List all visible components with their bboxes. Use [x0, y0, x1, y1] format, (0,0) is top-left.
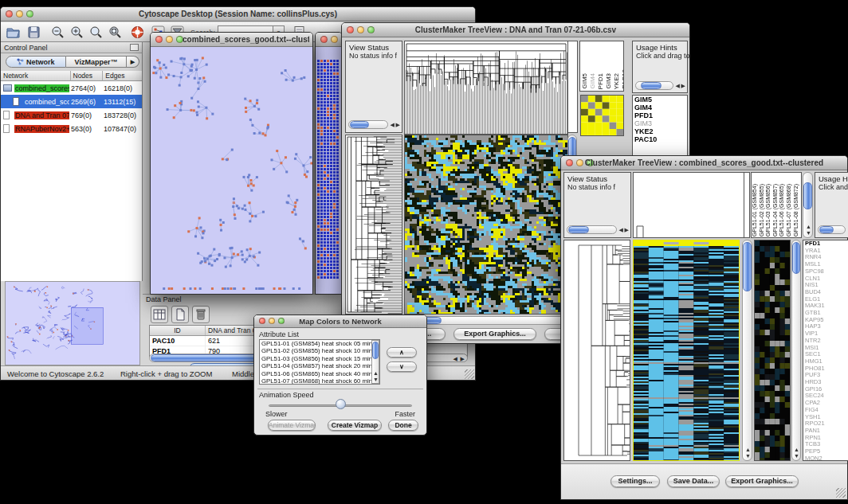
scroll-down-icon[interactable]: ▼ — [745, 453, 751, 459]
tv2-column-label[interactable]: GPL51-08 (GSM872) — [793, 184, 800, 236]
tv2-save-data-button[interactable]: Save Data... — [667, 475, 720, 487]
network-window-2-titlebar[interactable] — [316, 33, 342, 47]
main-titlebar[interactable]: Cytoscape Desktop (Session Name: collins… — [1, 7, 475, 21]
gene-label[interactable]: PFD1 — [633, 111, 687, 119]
tab-vizmapper[interactable]: VizMapper™ — [66, 56, 127, 68]
scroll-left-icon[interactable]: ◀ — [619, 227, 623, 232]
move-up-button[interactable]: ∧ — [387, 347, 417, 357]
col-edges[interactable]: Edges — [103, 71, 142, 81]
tv1-column-label[interactable]: GIM3 — [605, 73, 612, 89]
tv2-column-label[interactable]: GPL51-06 (GSM865) — [779, 184, 786, 236]
scroll-right-icon[interactable]: ▶ — [681, 83, 685, 88]
scroll-up-icon[interactable]: ▲ — [806, 224, 811, 229]
tab-overflow-button[interactable]: ▶ — [127, 56, 139, 68]
scroll-right-icon[interactable]: ▶ — [396, 122, 400, 127]
tv2-column-label[interactable]: GPL51-03 (GSM856) — [765, 184, 772, 236]
tv2-export-graphics-button[interactable]: Export Graphics... — [725, 475, 799, 487]
tv2-settings-button[interactable]: Settings... — [610, 475, 660, 487]
tv1-export-graphics-button[interactable]: Export Graphics... — [453, 328, 536, 340]
gene-label[interactable]: GIM3 — [633, 119, 687, 127]
open-file-icon[interactable] — [6, 25, 21, 40]
scroll-up-icon[interactable]: ▲ — [373, 370, 379, 376]
scroll-left-icon[interactable]: ◀ — [391, 122, 395, 127]
tv2-row-dendrogram[interactable] — [563, 240, 630, 461]
gene-label[interactable]: PAC10 — [633, 135, 687, 143]
tv1-hints-hscrollbar[interactable] — [635, 81, 673, 90]
attribute-item[interactable]: GPL51-01 (GSM854) heat shock 05 min — [260, 340, 379, 347]
tv2-column-dendrogram[interactable] — [633, 172, 744, 238]
scroll-down-icon[interactable]: ▼ — [806, 230, 811, 236]
scroll-left-icon[interactable]: ◀ — [676, 83, 680, 88]
zoom-selected-icon[interactable] — [108, 25, 123, 40]
save-icon[interactable] — [26, 25, 41, 40]
animate-vizmap-button[interactable]: Animate Vizmap — [268, 420, 316, 431]
attr-list-vscrollbar[interactable]: ▲ ▼ — [371, 340, 379, 384]
gene-label[interactable]: MON2 — [803, 455, 848, 461]
new-attribute-icon[interactable] — [171, 306, 189, 323]
help-lifering-icon[interactable] — [130, 25, 145, 40]
gene-label[interactable]: GIM5 — [633, 96, 687, 104]
tv2-zoom-vscrollbar[interactable]: ▲ ▼ — [791, 240, 801, 461]
treeview2-titlebar[interactable]: ClusterMaker TreeView : combined_scores_… — [561, 156, 847, 170]
attribute-item[interactable]: GPL51-03 (GSM856) heat shock 15 min — [260, 355, 379, 362]
tv1-column-label[interactable]: GIM5 — [581, 73, 588, 89]
attr-col-id[interactable]: ID — [150, 326, 206, 335]
network-window-1-titlebar[interactable]: combined_scores_good.txt--cluste... — [151, 33, 312, 47]
zoom-in-icon[interactable] — [69, 25, 84, 40]
col-nodes[interactable]: Nodes — [71, 71, 104, 81]
network-table-row[interactable]: combined_scores 2764(0) 16218(0) — [1, 81, 142, 95]
minimize-button[interactable] — [331, 36, 338, 43]
scroll-down-icon[interactable]: ▼ — [794, 453, 799, 459]
tv1-row-dendrogram[interactable] — [345, 135, 402, 315]
gene-label[interactable]: YKE2 — [633, 127, 687, 135]
scroll-right-icon[interactable]: ▶ — [625, 227, 629, 232]
resize-grip[interactable] — [465, 369, 474, 379]
close-button[interactable] — [155, 36, 163, 43]
tv1-column-dendrogram[interactable] — [404, 41, 568, 135]
zoom-out-icon[interactable] — [50, 25, 65, 40]
resize-grip[interactable] — [836, 488, 846, 498]
tv1-expression-heatmap[interactable] — [404, 135, 568, 315]
tv2-column-labels[interactable]: GPL51-01 (GSM854)GPL51-02 (GSM855)GPL51-… — [751, 172, 802, 238]
tv1-correlation-heatmap[interactable] — [580, 95, 624, 136]
delete-attribute-icon[interactable] — [192, 306, 210, 323]
network-overview-thumbnail[interactable] — [5, 281, 140, 365]
tv2-vscrollbar[interactable]: ▲ ▼ — [742, 240, 752, 461]
tv2-status-hscrollbar[interactable] — [567, 225, 617, 234]
tv1-column-label[interactable]: PAC10 — [621, 69, 624, 89]
close-button[interactable] — [320, 36, 328, 43]
network-canvas-2[interactable] — [316, 47, 342, 294]
move-down-button[interactable]: ∨ — [387, 361, 417, 372]
tv2-column-label[interactable]: GPL51-01 (GSM854) — [752, 184, 759, 236]
scroll-right-icon[interactable]: ▶ — [461, 356, 465, 361]
minimize-button[interactable] — [166, 36, 173, 43]
float-panel-icon[interactable] — [130, 44, 139, 51]
attribute-list[interactable]: GPL51-01 (GSM854) heat shock 05 minGPL51… — [259, 339, 380, 385]
attribute-select-icon[interactable] — [151, 306, 168, 323]
attribute-item[interactable]: GPL51-04 (GSM857) heat shock 20 min — [260, 362, 379, 369]
slider-thumb[interactable] — [336, 399, 346, 409]
tv2-zoom-heatmap[interactable] — [754, 240, 791, 461]
treeview1-titlebar[interactable]: ClusterMaker TreeView : DNA and Tran 07-… — [342, 23, 689, 37]
tv1-column-label[interactable]: PFD1 — [597, 73, 604, 89]
tv2-gene-list[interactable]: PFD1YRA1RNR4MSL1SPC98CLN1NIS1BUD4ELG1MAK… — [803, 240, 848, 461]
done-button[interactable]: Done — [388, 420, 418, 431]
tv1-column-label[interactable]: YKE2 — [613, 73, 620, 89]
attribute-item[interactable]: GPL51-06 (GSM865) heat shock 40 min — [260, 370, 379, 377]
tv1-column-label[interactable]: GIM4 — [589, 73, 596, 89]
tv2-column-label[interactable]: GPL51-07 (GSM868) — [786, 184, 793, 236]
network-table-row[interactable]: combined_sco 2569(6) 13112(15) — [1, 95, 142, 108]
network-canvas-1[interactable] — [151, 47, 312, 294]
network-table-row[interactable]: DNA and Tran 07 769(0) 183728(0) — [1, 108, 142, 122]
scroll-up-icon[interactable]: ▲ — [745, 447, 751, 452]
zoom-fit-icon[interactable] — [88, 25, 104, 40]
create-vizmap-button[interactable]: Create Vizmap — [328, 420, 382, 431]
tv2-labels-vscrollbar[interactable]: ▲ ▼ — [803, 172, 813, 238]
tv2-hints-hscrollbar[interactable] — [818, 225, 846, 234]
tab-network[interactable]: Network — [6, 56, 66, 68]
scroll-up-icon[interactable]: ▲ — [794, 447, 799, 452]
network-table-row[interactable]: RNAPuberNov2+ 563(0) 107847(0) — [1, 122, 142, 135]
gene-label[interactable]: GIM4 — [633, 104, 687, 111]
attribute-item[interactable]: GPL51-07 (GSM868) heat shock 60 min — [260, 377, 379, 385]
col-network[interactable]: Network — [1, 71, 71, 81]
